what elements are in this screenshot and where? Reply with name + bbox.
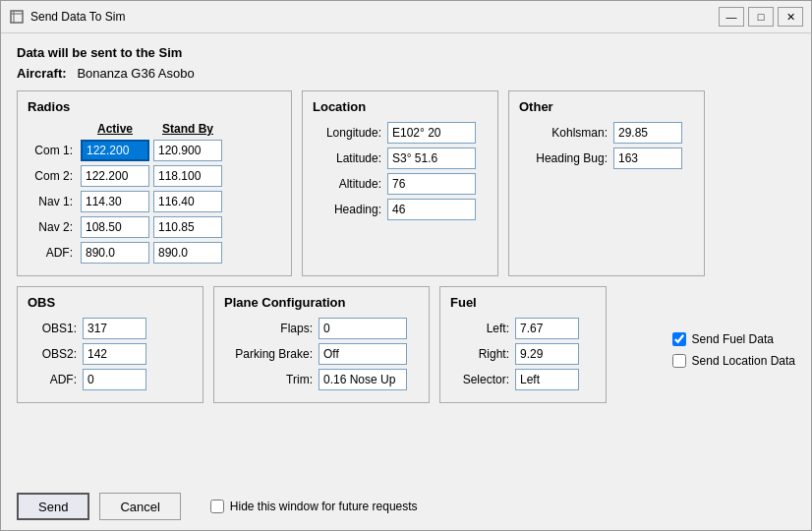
main-window: Send Data To Sim — □ ✕ Data will be sent… [0, 0, 812, 531]
aircraft-label: Aircraft: [17, 66, 67, 81]
loc-label-2: Altitude: [313, 177, 381, 191]
send-fuel-data-row[interactable]: Send Fuel Data [672, 332, 795, 346]
other-label-0: Kohlsman: [519, 126, 608, 140]
maximize-button[interactable]: □ [748, 7, 774, 27]
radio-row: Com 1: [28, 140, 281, 161]
obs-row: OBS2: [28, 343, 193, 365]
send-location-data-label: Send Location Data [692, 354, 795, 368]
obs-rows: OBS1: OBS2: ADF: [28, 318, 193, 390]
radio-label-0: Com 1: [28, 144, 77, 157]
content-area: Data will be sent to the Sim Aircraft: B… [1, 33, 811, 487]
plane-section: Plane Configuration Flaps: Parking Brake… [213, 286, 430, 403]
radio-label-3: Nav 2: [28, 220, 77, 234]
send-button[interactable]: Send [17, 493, 89, 520]
active-header: Active [81, 122, 149, 136]
loc-input-2[interactable] [387, 173, 476, 195]
minimize-button[interactable]: — [719, 7, 744, 27]
location-row: Heading: [313, 199, 488, 220]
radio-label-4: ADF: [28, 246, 77, 260]
plane-row: Parking Brake: [224, 343, 419, 365]
fuel-rows: Left: Right: Selector: [450, 318, 596, 390]
aircraft-value: Bonanza G36 Asobo [77, 66, 194, 81]
plane-input-1[interactable] [319, 343, 407, 365]
footer: Send Cancel Hide this window for future … [1, 487, 811, 530]
loc-label-0: Longitude: [313, 126, 381, 140]
location-row: Altitude: [313, 173, 488, 195]
fuel-input-1[interactable] [515, 343, 579, 365]
loc-input-0[interactable] [387, 122, 476, 144]
location-rows: Longitude: Latitude: Altitude: Heading: [313, 122, 488, 220]
loc-input-3[interactable] [387, 199, 476, 220]
fuel-input-2[interactable] [515, 369, 579, 390]
send-location-data-checkbox[interactable] [672, 354, 686, 368]
fuel-label-0: Left: [450, 322, 509, 335]
bottom-sections: OBS OBS1: OBS2: ADF: Plane Configuration… [17, 286, 795, 403]
window-title: Send Data To Sim [30, 10, 719, 24]
loc-label-3: Heading: [313, 203, 381, 216]
plane-label-1: Parking Brake: [224, 347, 313, 361]
radios-rows: Com 1: Com 2: Nav 1: Nav 2: ADF: [28, 140, 281, 264]
location-section: Location Longitude: Latitude: Altitude: … [302, 90, 498, 276]
loc-input-1[interactable] [387, 148, 476, 169]
hide-future-checkbox[interactable] [210, 500, 224, 513]
plane-input-0[interactable] [319, 318, 407, 339]
radio-row: Nav 2: [28, 216, 281, 238]
obs-input-2[interactable] [83, 369, 146, 390]
standby-header: Stand By [153, 122, 222, 136]
other-input-0[interactable] [613, 122, 682, 144]
fuel-row: Right: [450, 343, 596, 365]
fuel-row: Left: [450, 318, 596, 339]
obs-label-1: OBS2: [28, 347, 77, 361]
radio-active-input-2[interactable] [81, 191, 149, 212]
radio-standby-input-2[interactable] [153, 191, 222, 212]
obs-input-0[interactable] [83, 318, 146, 339]
radio-active-input-1[interactable] [81, 165, 149, 187]
other-rows: Kohlsman: Heading Bug: [519, 122, 694, 169]
radios-section: Radios Active Stand By Com 1: Com 2: Nav… [17, 90, 292, 276]
hide-future-label: Hide this window for future requests [230, 500, 418, 513]
obs-input-1[interactable] [83, 343, 146, 365]
other-label-1: Heading Bug: [519, 151, 608, 165]
other-row: Kohlsman: [519, 122, 694, 144]
obs-row: ADF: [28, 369, 193, 390]
obs-title: OBS [28, 295, 193, 310]
radio-active-input-3[interactable] [81, 216, 149, 238]
loc-label-1: Latitude: [313, 151, 381, 165]
other-input-1[interactable] [613, 148, 682, 169]
other-section: Other Kohlsman: Heading Bug: [508, 90, 705, 276]
plane-input-2[interactable] [319, 369, 407, 390]
close-button[interactable]: ✕ [778, 7, 803, 27]
send-fuel-data-label: Send Fuel Data [692, 332, 774, 346]
hide-checkbox-row[interactable]: Hide this window for future requests [210, 500, 418, 513]
radio-standby-input-4[interactable] [153, 242, 222, 264]
radio-standby-input-3[interactable] [153, 216, 222, 238]
fuel-row: Selector: [450, 369, 596, 390]
radio-active-input-4[interactable] [81, 242, 149, 264]
obs-label-0: OBS1: [28, 322, 77, 335]
svg-rect-0 [11, 11, 23, 23]
plane-label-0: Flaps: [224, 322, 313, 335]
radio-row: Com 2: [28, 165, 281, 187]
other-title: Other [519, 99, 694, 114]
radio-standby-input-0[interactable] [153, 140, 222, 161]
title-bar: Send Data To Sim — □ ✕ [1, 1, 811, 33]
radio-standby-input-1[interactable] [153, 165, 222, 187]
plane-label-2: Trim: [224, 373, 313, 386]
other-row: Heading Bug: [519, 148, 694, 169]
plane-row: Flaps: [224, 318, 419, 339]
plane-title: Plane Configuration [224, 295, 419, 310]
obs-label-2: ADF: [28, 373, 77, 386]
window-icon [9, 9, 25, 25]
fuel-input-0[interactable] [515, 318, 579, 339]
cancel-button[interactable]: Cancel [99, 493, 180, 520]
obs-section: OBS OBS1: OBS2: ADF: [17, 286, 203, 403]
location-row: Latitude: [313, 148, 488, 169]
send-location-data-row[interactable]: Send Location Data [672, 354, 795, 368]
radio-label-2: Nav 1: [28, 195, 77, 208]
radios-title: Radios [28, 99, 281, 114]
radio-active-input-0[interactable] [81, 140, 149, 161]
send-fuel-data-checkbox[interactable] [672, 332, 686, 346]
location-row: Longitude: [313, 122, 488, 144]
fuel-section: Fuel Left: Right: Selector: [439, 286, 607, 403]
checkboxes-col: Send Fuel Data Send Location Data [672, 286, 795, 403]
